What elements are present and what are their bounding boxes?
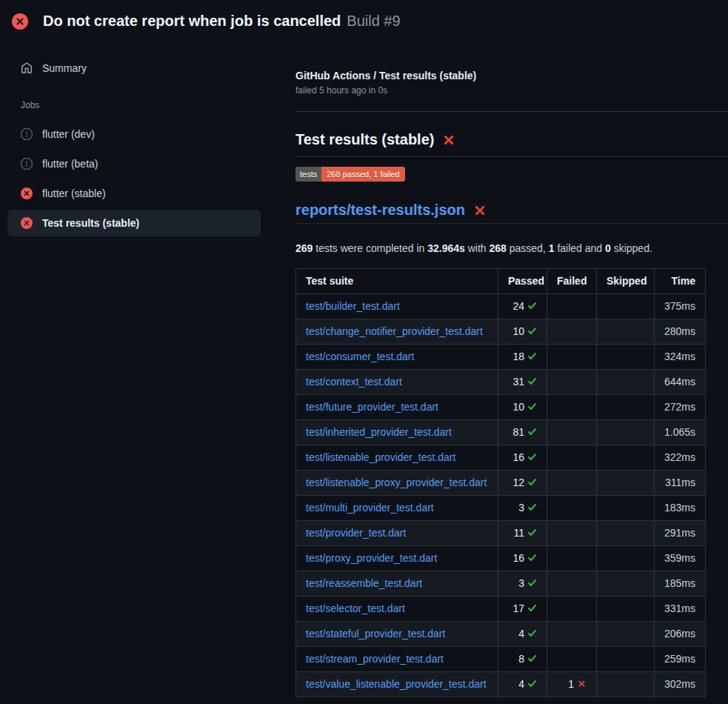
table-row: test/future_provider_test.dart10272ms <box>296 395 706 420</box>
suite-link[interactable]: test/listenable_provider_test.dart <box>306 451 455 463</box>
job-label: flutter (beta) <box>42 158 98 170</box>
failed-cell: 1 <box>547 672 597 697</box>
passed-cell: 8 <box>498 647 547 672</box>
sidebar-item-test-results-stable[interactable]: Test results (stable) <box>7 210 261 236</box>
test-summary-line: 269 tests were completed in 32.964s with… <box>295 242 728 254</box>
badge-value: 268 passed, 1 failed <box>321 167 404 182</box>
section-title: Test results (stable) <box>295 131 434 148</box>
tests-badge: tests 268 passed, 1 failed <box>295 167 405 182</box>
suite-link[interactable]: test/value_listenable_provider_test.dart <box>306 678 487 690</box>
summary-number: 269 <box>295 242 313 254</box>
failed-x-circle-icon <box>21 187 33 199</box>
red-cross-icon <box>577 679 587 688</box>
build-number: Build #9 <box>347 13 400 30</box>
suite-link[interactable]: test/context_test.dart <box>306 376 402 388</box>
failed-cell <box>547 420 597 445</box>
home-icon <box>21 62 33 74</box>
passed-cell: 3 <box>498 496 547 521</box>
table-row: test/value_listenable_provider_test.dart… <box>296 672 706 697</box>
suite-link[interactable]: test/stateful_provider_test.dart <box>306 628 445 640</box>
table-row: test/reassemble_test.dart3185ms <box>296 571 706 597</box>
time-cell: 375ms <box>655 294 706 319</box>
skipped-cell <box>597 521 655 546</box>
suite-link[interactable]: test/selector_test.dart <box>306 602 405 614</box>
suite-link[interactable]: test/stream_provider_test.dart <box>306 653 444 665</box>
suite-cell: test/stream_provider_test.dart <box>296 647 498 672</box>
time-cell: 322ms <box>655 445 706 471</box>
green-check-icon <box>527 578 537 588</box>
green-check-icon <box>527 402 537 411</box>
failed-cell <box>547 345 597 370</box>
suite-cell: test/context_test.dart <box>296 370 498 395</box>
status-line: failed 5 hours ago in 0s <box>295 85 728 96</box>
main-content: GitHub Actions / Test results (stable) f… <box>288 42 728 697</box>
summary-number: 32.964s <box>427 242 465 254</box>
skipped-cell <box>597 496 655 521</box>
suite-cell: test/proxy_provider_test.dart <box>296 546 498 571</box>
sidebar-item-flutter-dev[interactable]: flutter (dev) <box>7 121 261 147</box>
passed-cell: 4 <box>498 672 547 697</box>
summary-number: 1 <box>549 242 555 254</box>
suite-cell: test/value_listenable_provider_test.dart <box>296 672 498 697</box>
suite-link[interactable]: test/inherited_provider_test.dart <box>306 426 452 438</box>
skipped-cell <box>597 420 655 445</box>
table-row: test/inherited_provider_test.dart811.065… <box>296 420 706 445</box>
failed-cell <box>547 294 597 319</box>
suite-link[interactable]: test/builder_test.dart <box>306 300 400 312</box>
job-label: flutter (stable) <box>42 187 106 199</box>
time-cell: 206ms <box>655 622 706 647</box>
time-cell: 359ms <box>655 546 706 571</box>
failed-cell <box>547 597 597 622</box>
suite-link[interactable]: test/provider_test.dart <box>306 527 406 539</box>
time-cell: 183ms <box>655 496 706 521</box>
suite-link[interactable]: test/proxy_provider_test.dart <box>306 552 437 564</box>
skipped-cell <box>597 445 655 471</box>
suite-link[interactable]: test/multi_provider_test.dart <box>306 502 434 514</box>
time-cell: 324ms <box>655 345 706 370</box>
table-row: test/stream_provider_test.dart8259ms <box>296 647 706 672</box>
time-cell: 185ms <box>655 571 706 597</box>
time-cell: 644ms <box>655 370 706 395</box>
passed-cell: 12 <box>498 471 547 496</box>
report-file-link[interactable]: reports/test-results.json <box>295 202 465 219</box>
breadcrumb: GitHub Actions / Test results (stable) <box>295 70 728 82</box>
suite-cell: test/reassemble_test.dart <box>296 571 498 597</box>
summary-label: Summary <box>42 62 87 74</box>
red-cross-icon <box>472 203 487 218</box>
suite-link[interactable]: test/reassemble_test.dart <box>306 577 422 589</box>
skipped-cell <box>597 672 655 697</box>
summary-number: 0 <box>605 242 611 254</box>
suite-link[interactable]: test/listenable_proxy_provider_test.dart <box>306 476 487 488</box>
col-header-passed: Passed <box>498 269 547 294</box>
failed-x-circle-icon <box>21 217 33 229</box>
time-cell: 331ms <box>655 597 706 622</box>
suite-link[interactable]: test/change_notifier_provider_test.dart <box>306 325 483 337</box>
suite-cell: test/listenable_provider_test.dart <box>296 445 498 471</box>
skipped-cell <box>597 294 655 319</box>
sidebar-item-flutter-stable[interactable]: flutter (stable) <box>7 180 261 207</box>
job-label: flutter (dev) <box>42 128 95 140</box>
sidebar-item-flutter-beta[interactable]: flutter (beta) <box>7 150 261 177</box>
passed-cell: 18 <box>498 345 547 370</box>
failed-cell <box>547 319 597 345</box>
green-check-icon <box>527 553 537 562</box>
time-cell: 291ms <box>655 521 706 546</box>
skipped-cell <box>597 345 655 370</box>
suite-cell: test/future_provider_test.dart <box>296 395 498 420</box>
time-cell: 272ms <box>655 395 706 420</box>
col-header-skipped: Skipped <box>597 269 655 294</box>
sidebar-item-summary[interactable]: Summary <box>7 56 261 80</box>
passed-cell: 10 <box>498 395 547 420</box>
green-check-icon <box>527 477 537 487</box>
green-check-icon <box>527 301 537 311</box>
failed-x-circle-icon <box>12 13 28 30</box>
table-header-row: Test suitePassedFailedSkippedTime <box>296 269 706 294</box>
cancelled-stop-icon <box>21 158 33 170</box>
suite-link[interactable]: test/future_provider_test.dart <box>306 401 438 413</box>
cancelled-stop-icon <box>21 128 33 140</box>
suite-link[interactable]: test/consumer_test.dart <box>306 351 414 362</box>
time-cell: 302ms <box>655 672 706 697</box>
time-cell: 280ms <box>655 319 706 345</box>
table-row: test/consumer_test.dart18324ms <box>296 345 706 370</box>
passed-cell: 24 <box>498 294 547 319</box>
